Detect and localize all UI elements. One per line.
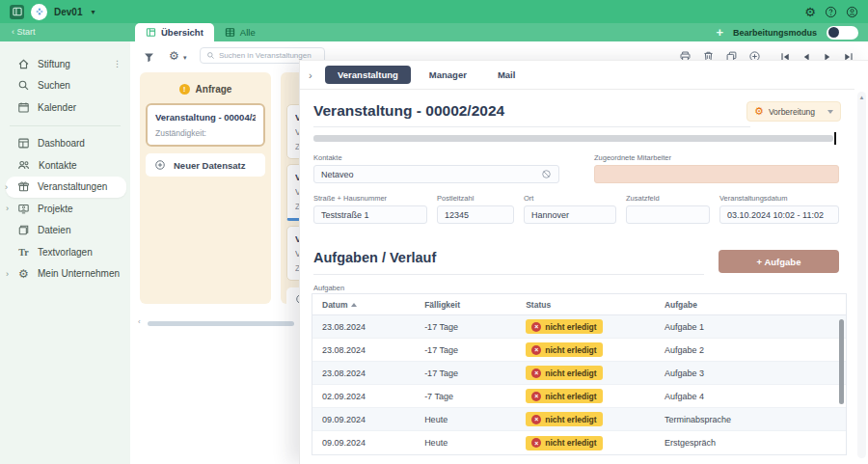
cell-status: ×nicht erledigt: [526, 389, 665, 403]
sidebar-item-stiftung[interactable]: Stiftung ⋮: [0, 53, 130, 75]
search-icon: [206, 51, 215, 60]
sidebar-item-label: Kontakte: [39, 160, 76, 171]
chevron-right-icon[interactable]: ›: [5, 182, 8, 192]
search-input[interactable]: [219, 51, 318, 60]
panel-tabs: Veranstaltung Manager Mail: [325, 66, 528, 84]
sidebar-item-label: Dateien: [38, 225, 70, 235]
x-circle-icon: ×: [531, 392, 541, 401]
column-header-datum[interactable]: Datum: [312, 300, 424, 310]
ort-field[interactable]: Hannover: [524, 205, 616, 224]
chevron-right-icon[interactable]: ›: [6, 269, 9, 279]
sidebar-item-kontakte[interactable]: Kontakte: [0, 154, 130, 177]
dashboard-icon: [17, 137, 30, 150]
kanban-card[interactable]: Veranstaltung - 00004/2... Zuständigkeit…: [146, 103, 265, 147]
cell-status: ×nicht erledigt: [526, 342, 665, 357]
gear-dropdown-chevron-icon[interactable]: ▾: [183, 54, 187, 62]
workspace-chevron-down-icon[interactable]: ▾: [91, 8, 95, 16]
cell-faelligkeit: -17 Tage: [424, 368, 526, 378]
cell-faelligkeit: -17 Tage: [424, 345, 526, 355]
chevron-right-icon[interactable]: ›: [6, 204, 9, 213]
sidebar-item-dateien[interactable]: Dateien: [0, 220, 130, 242]
sidebar-item-textvorlagen[interactable]: Tr Textvorlagen: [0, 241, 130, 263]
sidebar-item-mein-unternehmen[interactable]: › ⚙ Mein Unternehmen: [0, 263, 130, 286]
workspace-name[interactable]: Dev01: [54, 7, 82, 17]
sidebar-item-label: Veranstaltungen: [38, 181, 107, 192]
sidebar: Stiftung ⋮ Suchen Kalender Dashboard Kon…: [0, 41, 130, 464]
workspace-logo[interactable]: [31, 4, 47, 20]
table-header-row: Datum Fälligkeit Status Aufgabe: [312, 294, 846, 315]
veranstaltungsdatum-field[interactable]: 03.10.2024 10:02 - 11:02: [719, 205, 839, 224]
column-header-status[interactable]: Status: [526, 300, 665, 310]
horizontal-scrollbar[interactable]: [148, 321, 294, 326]
table-row[interactable]: 23.08.2024 -17 Tage ×nicht erledigt Aufg…: [312, 315, 846, 339]
divider: [300, 89, 854, 90]
sidebar-item-projekte[interactable]: › Projekte: [0, 198, 130, 220]
status-badge: ×nicht erledigt: [526, 412, 602, 426]
kebab-menu-icon[interactable]: ⋮: [113, 59, 122, 68]
record-title: Veranstaltung - 00002/2024: [313, 102, 750, 127]
unlink-icon[interactable]: [541, 169, 552, 179]
mitarbeiter-field[interactable]: [594, 165, 839, 183]
panel-tab-mail[interactable]: Mail: [485, 66, 528, 84]
sidebar-item-dashboard[interactable]: Dashboard: [0, 133, 130, 155]
task-table: Datum Fälligkeit Status Aufgabe 23.08.20…: [312, 293, 847, 455]
panel-tab-manager[interactable]: Manager: [417, 66, 479, 84]
field-label: Veranstaltungsdatum: [719, 194, 839, 203]
zusatzfeld-field[interactable]: [626, 205, 710, 224]
table-row[interactable]: 09.09.2024 Heute ×nicht erledigt Termina…: [312, 408, 846, 431]
tab-label: Alle: [240, 27, 256, 38]
table-row[interactable]: 23.08.2024 -17 Tage ×nicht erledigt Aufg…: [312, 362, 846, 385]
sidebar-item-label: Textvorlagen: [38, 247, 93, 258]
plz-field[interactable]: 12345: [437, 205, 514, 224]
panel-vertical-scrollbar[interactable]: ▲: [857, 92, 866, 458]
add-task-button[interactable]: + Aufgabe: [719, 250, 839, 273]
tab-uebersicht[interactable]: Übersicht: [135, 23, 214, 41]
table-row[interactable]: 23.08.2024 -17 Tage ×nicht erledigt Aufg…: [312, 339, 846, 362]
calendar-icon: [17, 101, 30, 114]
sidebar-item-veranstaltungen[interactable]: › Veranstaltungen: [6, 177, 126, 199]
table-row[interactable]: 09.09.2024 Heute ×nicht erledigt Erstges…: [312, 431, 846, 454]
kontakte-field[interactable]: Netaveo: [313, 165, 559, 183]
column-header: ! Anfrage: [146, 78, 265, 99]
scroll-left-arrow-icon[interactable]: ‹: [138, 317, 141, 326]
column-header-faelligkeit[interactable]: Fälligkeit: [424, 300, 526, 310]
toggle-knob: [828, 27, 839, 38]
sidebar-item-suchen[interactable]: Suchen: [0, 75, 130, 97]
field-label: Zugeordnete Mitarbeiter: [594, 153, 839, 162]
edit-mode-toggle[interactable]: [827, 26, 858, 40]
table-row[interactable]: 02.09.2024 -7 Tage ×nicht erledigt Aufga…: [312, 385, 846, 408]
edit-mode-label: Bearbeitungsmodus: [733, 28, 817, 38]
sort-ascending-icon: [351, 303, 357, 307]
top-bar: Dev01 ▾ ⚙: [0, 0, 868, 23]
user-account-icon[interactable]: [846, 6, 858, 18]
column-header-aufgabe[interactable]: Aufgabe: [665, 300, 846, 310]
cell-datum: 09.09.2024: [312, 438, 424, 448]
back-label: Start: [17, 27, 36, 37]
help-icon[interactable]: [825, 6, 837, 18]
status-badge: ×nicht erledigt: [526, 319, 602, 334]
company-gear-icon: ⚙: [17, 268, 30, 280]
add-tab-button[interactable]: +: [716, 25, 723, 40]
cell-datum: 23.08.2024: [312, 345, 424, 355]
back-link[interactable]: ‹ Start: [12, 27, 36, 37]
new-record-button[interactable]: Neuer Datensatz: [146, 153, 265, 177]
panel-tab-veranstaltung[interactable]: Veranstaltung: [325, 66, 411, 84]
tab-alle[interactable]: Alle: [214, 23, 266, 41]
sidebar-item-kalender[interactable]: Kalender: [0, 96, 130, 119]
view-settings-gear-icon[interactable]: ⚙: [169, 50, 179, 62]
status-dot-icon: !: [179, 84, 190, 95]
grid-icon: [225, 27, 235, 38]
progress-marker: [834, 132, 836, 145]
sidebar-item-label: Suchen: [38, 80, 70, 91]
table-label: Aufgaben: [313, 284, 344, 292]
table-vertical-scrollbar[interactable]: [839, 319, 844, 404]
strasse-field[interactable]: Teststraße 1: [313, 205, 427, 224]
sidebar-toggle-icon[interactable]: [10, 5, 24, 19]
contacts-icon: [17, 158, 31, 172]
status-dropdown[interactable]: ⚙ Vorbereitung: [746, 101, 841, 122]
filter-funnel-icon[interactable]: [143, 51, 155, 64]
cell-datum: 23.08.2024: [312, 368, 424, 378]
collapse-panel-chevron-icon[interactable]: ›: [309, 69, 312, 81]
settings-gear-icon[interactable]: ⚙: [804, 6, 816, 18]
text-template-icon: Tr: [17, 247, 30, 258]
